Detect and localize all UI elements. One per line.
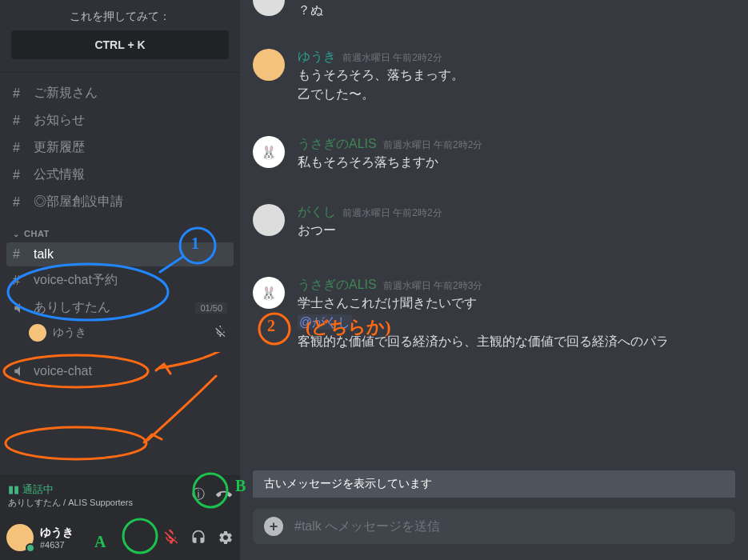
channel-label: 更新履歴: [34, 139, 85, 156]
avatar[interactable]: 🐰: [253, 136, 285, 168]
channel-room-request[interactable]: # ◎部屋創設申請: [6, 189, 234, 215]
connection-status: ▮▮ 通話中: [8, 482, 192, 497]
chat-section-header[interactable]: ⌄ CHAT: [6, 216, 234, 242]
hash-icon: #: [13, 274, 29, 288]
message: 🐰 うさぎのALIS 前週水曜日 午前2時3分 学士さんこれだけ聞きたいです @…: [253, 269, 735, 354]
channel-label: ご新規さん: [34, 85, 98, 102]
channel-label: お知らせ: [34, 112, 85, 129]
voice-channel-count: 01/50: [195, 302, 227, 314]
avatar: [29, 324, 46, 342]
message-text: 客観的な価値で回る経済から、主観的な価値で回る経済へのパラ: [298, 332, 735, 351]
voice-user-yuki[interactable]: ゆうき: [6, 321, 234, 345]
message-text: 学士さんこれだけ聞きたいです: [298, 294, 735, 313]
connection-channel: ありしすたん / ALIS Supporters: [8, 497, 192, 509]
voice-channel-alistan[interactable]: ありしすたん 01/50: [6, 294, 234, 321]
chevron-down-icon: ⌄: [13, 230, 20, 238]
message: がくし 前週水曜日 午前1時1分 ？ぬ: [253, 0, 735, 23]
user-settings-button[interactable]: [218, 530, 234, 546]
channel-label: ◎部屋創設申請: [34, 194, 123, 210]
message-text: 私もそろそろ落ちますか: [298, 153, 735, 172]
avatar[interactable]: 🐰: [253, 277, 285, 309]
message-timestamp: 前週水曜日 午前2時2分: [342, 51, 442, 65]
channel-list[interactable]: # ご新規さん # お知らせ # 更新履歴 # 公式情報 # ◎部屋創設申請 ⌄…: [0, 73, 240, 475]
message-input-placeholder: #talk へメッセージを送信: [294, 518, 440, 535]
message-text: もうそろそろ、落ちまっす。: [298, 66, 735, 85]
mute-mic-button[interactable]: [163, 530, 179, 546]
channel-newcomers[interactable]: # ご新規さん: [6, 80, 234, 106]
hash-icon: #: [13, 114, 29, 128]
channel-official[interactable]: # 公式情報: [6, 162, 234, 188]
message-mention[interactable]: @がくし: [298, 313, 735, 332]
message-username[interactable]: がくし: [298, 204, 336, 221]
chat-pane: がくし 前週水曜日 午前1時1分 ？ぬ ゆうき 前週水曜日 午前2時2分 もうそ…: [240, 0, 748, 560]
channel-label: 公式情報: [34, 166, 85, 183]
message-username[interactable]: ゆうき: [298, 49, 336, 66]
voice-user-name: ゆうき: [53, 326, 86, 340]
viewing-old-messages-banner[interactable]: 古いメッセージを表示しています: [253, 470, 735, 498]
speaker-icon: [13, 301, 29, 315]
hash-icon: #: [13, 141, 29, 155]
deafen-button[interactable]: [190, 530, 206, 546]
channel-label: voice-chat予約: [34, 272, 118, 289]
message: 🐰 うさぎのALIS 前週水曜日 午前2時2分 私もそろそろ落ちますか: [253, 128, 735, 175]
quick-search-panel: これを押してみて： CTRL + K: [0, 0, 240, 73]
avatar[interactable]: [253, 204, 285, 236]
message-timestamp: 前週水曜日 午前2時2分: [383, 138, 483, 152]
channel-voice-chat-reserve[interactable]: # voice-chat予約: [6, 267, 234, 294]
message: ゆうき 前週水曜日 午前2時2分 もうそろそろ、落ちまっす。 乙でした〜。: [253, 41, 735, 107]
message-username[interactable]: うさぎのALIS: [298, 277, 377, 294]
message-text: ？ぬ: [298, 1, 735, 20]
hash-icon: #: [13, 247, 29, 262]
channel-talk[interactable]: # talk: [6, 242, 234, 266]
message-timestamp: 前週水曜日 午前2時2分: [342, 206, 442, 220]
message-input[interactable]: + #talk へメッセージを送信: [253, 509, 735, 544]
channels-sidebar: これを押してみて： CTRL + K # ご新規さん # お知らせ # 更新履歴…: [0, 0, 240, 560]
channel-label: talk: [34, 247, 54, 262]
search-hint-text: これを押してみて：: [11, 10, 229, 24]
message-list[interactable]: がくし 前週水曜日 午前1時1分 ？ぬ ゆうき 前週水曜日 午前2時2分 もうそ…: [240, 0, 748, 461]
message-text: 乙でした〜。: [298, 85, 735, 104]
signal-icon: ▮▮: [8, 483, 19, 495]
hash-icon: #: [13, 168, 29, 182]
disconnect-call-icon[interactable]: [216, 486, 232, 506]
message-text: おつー: [298, 221, 735, 240]
hash-icon: #: [13, 195, 29, 210]
channel-announcements[interactable]: # お知らせ: [6, 107, 234, 134]
info-icon[interactable]: ⓘ: [192, 486, 205, 506]
section-label: CHAT: [24, 229, 50, 238]
channel-changelog[interactable]: # 更新履歴: [6, 134, 234, 161]
online-status-dot: [26, 543, 35, 553]
voice-channel-voicechat[interactable]: voice-chat: [6, 359, 234, 383]
self-tag: #4637: [40, 540, 74, 550]
self-avatar[interactable]: [6, 524, 34, 551]
connection-status-text: 通話中: [22, 483, 54, 495]
avatar[interactable]: [253, 0, 285, 16]
speaker-icon: [13, 364, 29, 378]
voice-channel-label: ありしすたん: [34, 299, 110, 316]
user-panel: ゆうき #4637: [0, 515, 240, 560]
message: がくし 前週水曜日 午前2時2分 おつー: [253, 196, 735, 243]
message-username[interactable]: うさぎのALIS: [298, 136, 377, 153]
message-timestamp: 前週水曜日 午前2時3分: [383, 279, 483, 293]
mute-icon: [214, 326, 227, 341]
add-attachment-button[interactable]: +: [264, 517, 283, 536]
connection-panel: ▮▮ 通話中 ありしすたん / ALIS Supporters ⓘ: [0, 475, 240, 515]
hash-icon: #: [13, 86, 29, 101]
self-username: ゆうき: [40, 526, 74, 540]
voice-channel-label: voice-chat: [34, 364, 92, 378]
search-shortcut-button[interactable]: CTRL + K: [11, 30, 229, 59]
avatar[interactable]: [253, 49, 285, 81]
